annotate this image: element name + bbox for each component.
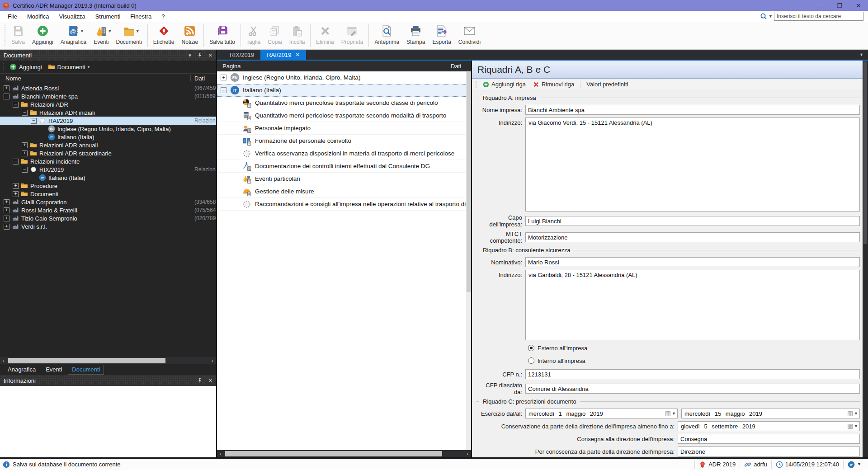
default-values-button[interactable]: Valori predefiniti [584,80,631,89]
menu-help[interactable]: ? [156,11,170,22]
panel-close-icon[interactable]: ✕ [208,53,212,58]
page-item-verifica-osservanza-disposizioni-in-materia-di-trasporto-di-merci-pericolose[interactable]: Verifica osservanza disposizioni in mate… [217,147,471,160]
cfp-numero-input[interactable] [525,369,860,379]
indirizzo-impresa-textarea[interactable]: via Giacomo Verdi, 15 - 15121 Alessandri… [525,118,860,212]
toolbar-documenti[interactable]: ▼Documenti [112,23,145,49]
tab-close-icon[interactable]: ✕ [295,52,299,57]
nome-impresa-input[interactable] [525,105,860,115]
tree-item-inglese-regno-unito-irlanda-cipro-malta[interactable]: ENInglese (Regno Unito, Irlanda, Cipro, … [0,125,216,133]
nominativo-input[interactable] [525,257,860,267]
page-item-eventi-particolari[interactable]: Eventi particolari [217,173,471,185]
toolbar-eventi[interactable]: ▼Eventi [90,23,112,49]
scrollbar-thumb[interactable] [863,61,867,244]
remove-row-button[interactable]: Rimuovi riga [530,80,577,89]
toolbar-stampa[interactable]: Stampa [403,23,429,49]
collapse-icon[interactable]: − [13,102,19,108]
toolbar-aggiungi[interactable]: Aggiungi [28,23,57,49]
page-item-italiano-italia[interactable]: −ITItaliano (Italia) [217,84,471,97]
tree-item-bianchi-ambiente-spa[interactable]: −Bianchi Ambiente spa(011/5699 [0,92,216,100]
panel-add-button[interactable]: Aggiungi [8,62,44,71]
collapse-icon[interactable]: − [13,159,19,164]
tree-item-italiano-italia[interactable]: ITItaliano (Italia) [0,174,216,182]
expand-icon[interactable]: + [4,224,9,230]
radio-button[interactable] [528,357,534,364]
toolbar-anteprima[interactable]: Anteprima [371,23,403,49]
tree-item-relazioni-incidente[interactable]: −Relazioni incidente [0,157,216,165]
consegna-direzione-input[interactable] [678,434,860,444]
mtct-competente-input[interactable] [525,232,860,242]
scroll-left-arrow[interactable]: ‹ [217,450,224,457]
sidebar-tab-eventi[interactable]: Eventi [42,365,66,375]
page-item-formazione-del-personale-coinvolto[interactable]: Formazione del personale coinvolto [217,135,471,147]
scroll-right-arrow[interactable]: › [464,450,471,457]
collapse-icon[interactable]: − [31,118,37,124]
scroll-right-arrow[interactable]: › [209,357,216,364]
menu-modifica[interactable]: Modifica [22,11,54,22]
page-item-gestione-delle-misure[interactable]: Gestione delle misure [217,185,471,198]
toolbar-salva-tutto[interactable]: Salva tutto [206,23,239,49]
radio-esterno-impresa[interactable]: Esterno all'impresa [528,344,860,352]
esercizio-dal-datefield[interactable]: mercoledì 1 maggio 2019 ▼ [525,409,678,418]
scrollbar-thumb[interactable] [467,72,471,292]
expand-icon[interactable]: + [13,191,19,197]
expand-icon[interactable]: + [22,142,28,148]
radio-button-checked[interactable] [528,345,534,351]
chevron-down-icon[interactable]: ▼ [80,29,84,33]
minimize-button[interactable]: – [811,0,830,11]
radio-label[interactable]: Esterno all'impresa [538,345,587,352]
chevron-down-icon[interactable]: ▼ [136,29,140,33]
chevron-down-icon[interactable]: ▼ [108,29,112,33]
page-item-personale-impiegato[interactable]: Personale impiegato [217,122,471,135]
capo-impresa-input[interactable] [525,216,860,226]
search-input[interactable] [774,12,863,21]
page-item-raccomandazioni-e-consigli-all-impresa-nelle-operazioni-relative-al-trasporto-di[interactable]: Raccomandazioni e consigli all'impresa n… [217,198,471,211]
search-options-caret-icon[interactable]: ▼ [769,14,773,19]
expand-icon[interactable]: + [4,199,9,205]
add-row-button[interactable]: Aggiungi riga [480,80,528,89]
tree-item-rossi-mario-fratelli[interactable]: +Rossi Mario & Fratelli(075/5647 [0,206,216,214]
menu-visualizza[interactable]: Visualizza [54,11,90,22]
expand-icon[interactable]: + [4,85,9,91]
tree-item-relazioni-adr[interactable]: −Relazioni ADR [0,100,216,108]
menu-file[interactable]: File [3,11,22,22]
column-header-dati[interactable]: Dati [451,63,461,70]
toolbar-etichette[interactable]: 3Etichette [150,23,178,49]
scrollbar-thumb[interactable] [8,358,165,363]
language-selector[interactable]: IT▼ [843,461,865,469]
pin-icon[interactable] [197,52,203,58]
toolbar-condividi[interactable]: Condividi [455,23,484,49]
radio-label[interactable]: Interno all'impresa [538,357,585,364]
search-icon[interactable] [760,13,767,20]
page-item-quantitativo-merci-pericolose-trasportate-secondo-modalit-di-trasporto[interactable]: Quantitativo merci pericolose trasportat… [217,109,471,122]
scroll-left-arrow[interactable]: ‹ [0,357,7,364]
collapse-icon[interactable]: − [22,167,28,173]
conservazione-datefield[interactable]: giovedì 5 settembre 2019 ▼ [678,421,860,431]
tree-item-italiano-italia[interactable]: ITItaliano (Italia) [0,133,216,141]
page-item-inglese-regno-unito-irlanda-cipro-malta[interactable]: +ENInglese (Regno Unito, Irlanda, Cipro,… [217,71,471,84]
document-tab-rix-2019[interactable]: RIX/2019 [223,50,260,60]
collapse-icon[interactable]: − [221,87,226,93]
panel-menu-caret-icon[interactable]: ▾ [189,53,191,58]
expand-icon[interactable]: + [221,75,226,80]
tree-item-rai-2019[interactable]: −RAI/2019Relazione [0,117,216,125]
tree-item-gialli-corporation[interactable]: +Gialli Corporation(334/6587 [0,198,216,206]
date-picker-icon[interactable]: ▼ [845,423,858,429]
tree-item-azienda-rossi[interactable]: +Azienda Rossi(067/4597 [0,84,216,92]
restore-button[interactable]: ❐ [830,0,849,11]
close-button[interactable]: ✕ [849,0,868,11]
collapse-icon[interactable]: − [4,94,9,99]
toolbar-notizie[interactable]: Notizie [178,23,202,49]
per-conoscenza-input[interactable] [678,446,860,456]
tab-list-caret-icon[interactable]: ▼ [859,50,868,60]
expand-icon[interactable]: + [13,183,19,189]
tree-item-relazioni-adr-annuali[interactable]: +Relazioni ADR annuali [0,141,216,149]
menu-finestra[interactable]: Finestra [125,11,156,22]
tree-item-rix-2019[interactable]: −RIX/2019Relazione [0,165,216,174]
radio-interno-impresa[interactable]: Interno all'impresa [528,357,860,365]
pin-icon[interactable] [197,377,203,384]
panel-scope-button[interactable]: Documenti ▾ [46,62,92,71]
panel-close-icon[interactable]: ✕ [208,378,212,383]
page-item-documentazione-dei-controlli-interni-effettuati-dal-consulente-dg[interactable]: Documentazione dei controlli interni eff… [217,160,471,173]
tree-item-relazioni-adr-iniziali[interactable]: −Relazioni ADR iniziali [0,108,216,117]
collapse-icon[interactable]: − [22,110,28,116]
